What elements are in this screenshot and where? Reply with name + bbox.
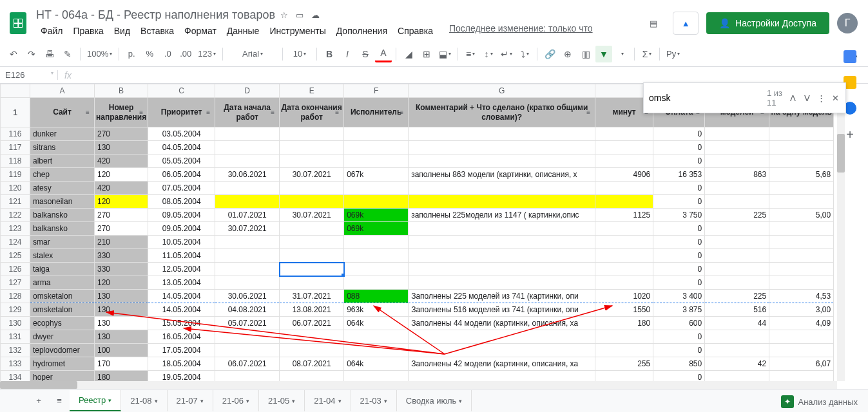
cell[interactable]: [595, 141, 653, 154]
calendar-icon[interactable]: [844, 50, 856, 63]
cell[interactable]: [280, 276, 344, 290]
input-tools-button[interactable]: Ру: [664, 46, 682, 62]
cell[interactable]: [705, 154, 769, 168]
row-hdr[interactable]: 132: [1, 344, 30, 357]
hdr-d2[interactable]: Дата окончания работ≡: [280, 98, 344, 127]
sheets-logo[interactable]: [5, 10, 31, 36]
cell[interactable]: 14.05.2004: [148, 290, 215, 303]
cell[interactable]: [595, 195, 653, 209]
cell[interactable]: balkansko: [30, 222, 95, 236]
cell[interactable]: sitrans: [30, 141, 95, 154]
cell[interactable]: [215, 263, 280, 276]
cell[interactable]: 963k: [344, 303, 409, 317]
cell[interactable]: [409, 249, 595, 263]
cell[interactable]: teplovodomer: [30, 344, 95, 357]
filter-icon[interactable]: ≡: [137, 108, 146, 117]
cell[interactable]: dwyer: [30, 330, 95, 344]
cell[interactable]: [595, 344, 653, 357]
add-sheet-button[interactable]: +: [28, 391, 49, 411]
cell[interactable]: 120: [95, 168, 148, 182]
row-hdr[interactable]: 133: [1, 357, 30, 371]
cell[interactable]: 600: [653, 317, 705, 330]
cell[interactable]: 3,00: [769, 303, 834, 317]
cell[interactable]: 069k: [344, 222, 409, 236]
cell[interactable]: [344, 276, 409, 290]
sheet-tab[interactable]: 21-04▾: [305, 390, 351, 411]
all-sheets-button[interactable]: ≡: [49, 391, 70, 411]
cell[interactable]: omsketalon: [30, 303, 95, 317]
cell[interactable]: [769, 330, 834, 344]
borders-button[interactable]: ⊞: [418, 46, 435, 62]
cell[interactable]: stalex: [30, 249, 95, 263]
cell[interactable]: [595, 154, 653, 168]
functions-button[interactable]: Σ: [639, 46, 655, 62]
cell[interactable]: 30.07.2021: [280, 209, 344, 222]
col-A[interactable]: A: [30, 84, 95, 98]
cell[interactable]: [595, 236, 653, 249]
zoom-select[interactable]: 100%: [84, 46, 115, 62]
horizontal-scrollbar[interactable]: [0, 381, 837, 389]
cell[interactable]: [409, 182, 595, 195]
cell[interactable]: 09.05.2004: [148, 209, 215, 222]
cell[interactable]: 516: [705, 303, 769, 317]
hdr-d1[interactable]: Дата начала работ≡: [215, 98, 280, 127]
cell[interactable]: omsketalon: [30, 290, 95, 303]
bold-button[interactable]: B: [321, 46, 338, 62]
hdr-exe[interactable]: Исполнитель≡: [344, 98, 409, 127]
cell[interactable]: dunker: [30, 127, 95, 141]
cell[interactable]: 09.05.2004: [148, 222, 215, 236]
cell[interactable]: 330: [95, 249, 148, 263]
cell[interactable]: 0: [653, 344, 705, 357]
cell[interactable]: [705, 263, 769, 276]
filter-button[interactable]: ▼: [595, 46, 612, 62]
col-F[interactable]: F: [344, 84, 409, 98]
cell[interactable]: 069k: [344, 209, 409, 222]
cell[interactable]: 130: [95, 303, 148, 317]
cell[interactable]: 130: [95, 330, 148, 344]
italic-button[interactable]: I: [339, 46, 356, 62]
cell[interactable]: [409, 330, 595, 344]
name-box[interactable]: E126: [0, 70, 58, 80]
cell[interactable]: 5,68: [769, 168, 834, 182]
cell[interactable]: Заполнены 42 модели (картинки, описания,…: [409, 357, 595, 371]
row-hdr[interactable]: 119: [1, 168, 30, 182]
cell[interactable]: 100: [95, 344, 148, 357]
cell[interactable]: [409, 276, 595, 290]
find-close-icon[interactable]: ✕: [831, 90, 840, 106]
cell[interactable]: 3 750: [653, 209, 705, 222]
cell[interactable]: 0: [653, 222, 705, 236]
find-prev-icon[interactable]: ᐱ: [788, 90, 797, 106]
row-hdr[interactable]: 125: [1, 249, 30, 263]
cell[interactable]: 08.05.2004: [148, 195, 215, 209]
star-icon[interactable]: ☆: [280, 10, 288, 20]
cell[interactable]: 420: [95, 182, 148, 195]
currency-button[interactable]: р.: [123, 46, 140, 62]
cell[interactable]: [595, 263, 653, 276]
cell[interactable]: 17.05.2004: [148, 344, 215, 357]
cell[interactable]: [595, 182, 653, 195]
cell[interactable]: [769, 195, 834, 209]
cell[interactable]: [409, 127, 595, 141]
cell[interactable]: [344, 249, 409, 263]
sheet-tab[interactable]: 21-03▾: [351, 390, 397, 411]
cell[interactable]: 270: [95, 127, 148, 141]
rotate-button[interactable]: ⤵: [516, 46, 533, 62]
cell[interactable]: 130: [95, 141, 148, 154]
valign-button[interactable]: ↕: [480, 46, 497, 62]
cell[interactable]: [280, 141, 344, 154]
cell[interactable]: 0: [653, 154, 705, 168]
cell[interactable]: 01.07.2021: [215, 209, 280, 222]
cell[interactable]: [769, 236, 834, 249]
cell[interactable]: 120: [95, 276, 148, 290]
sheet-tab[interactable]: Реестр▾: [70, 390, 121, 411]
cell[interactable]: 0: [653, 276, 705, 290]
analyze-button[interactable]: ✦ Анализ данных: [781, 395, 858, 408]
cell[interactable]: [280, 154, 344, 168]
cell[interactable]: [595, 276, 653, 290]
cell[interactable]: [344, 141, 409, 154]
row-hdr[interactable]: 131: [1, 330, 30, 344]
cell[interactable]: Заполнены 44 модели (картинки, описания,…: [409, 317, 595, 330]
menu-help[interactable]: Справка: [393, 23, 438, 39]
print-icon[interactable]: 🖶: [41, 46, 58, 62]
cell[interactable]: 0: [653, 330, 705, 344]
